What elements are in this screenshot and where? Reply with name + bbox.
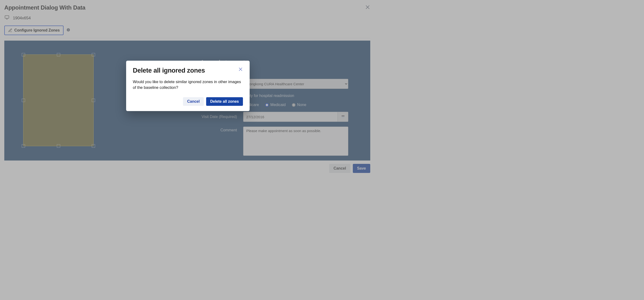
modal-cancel-button[interactable]: Cancel [183, 97, 204, 106]
modal-header: Delete all ignored zones [133, 67, 243, 74]
modal-overlay[interactable] [0, 0, 644, 300]
modal-actions: Cancel Delete all zones [133, 97, 243, 106]
delete-zones-modal: Delete all ignored zones Would you like … [126, 61, 250, 111]
modal-close-icon[interactable] [238, 67, 243, 72]
modal-body-text: Would you like to delete similar ignored… [133, 79, 243, 90]
modal-delete-all-button[interactable]: Delete all zones [206, 97, 243, 106]
modal-title: Delete all ignored zones [133, 67, 205, 74]
